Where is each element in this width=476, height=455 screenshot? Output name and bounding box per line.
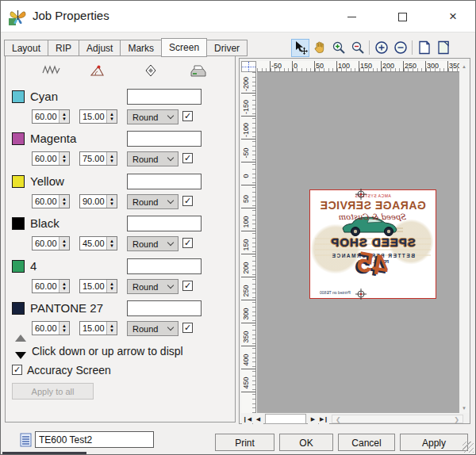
- ruler-origin-box[interactable]: [241, 61, 256, 72]
- ruler-label: 150: [360, 62, 372, 70]
- select-move-tool[interactable]: [291, 39, 309, 57]
- tab-rip[interactable]: RIP: [48, 40, 79, 56]
- scroll-channels-down-icon[interactable]: [15, 352, 26, 359]
- channel-name: Black: [30, 216, 60, 230]
- zoom-plus-tool[interactable]: [372, 39, 390, 57]
- angle-spinner[interactable]: 90.00▲▼: [79, 194, 117, 208]
- close-button[interactable]: ×: [436, 1, 470, 32]
- print-checkbox[interactable]: ✓: [182, 281, 193, 291]
- tab-driver[interactable]: Driver: [207, 40, 248, 56]
- angle-spinner[interactable]: 15.00▲▼: [79, 321, 117, 335]
- ruler-label: 100: [242, 210, 250, 234]
- vertical-scrollbar[interactable]: ▲ ▼: [459, 61, 469, 413]
- track-left-icon[interactable]: ❮: [336, 415, 341, 424]
- pan-hand-icon: [313, 40, 327, 55]
- tab-layout[interactable]: Layout: [4, 40, 48, 56]
- horizontal-scrollbar[interactable]: ❙◀ ◀ ▶ ▶❙ ❮ ❯: [241, 414, 466, 424]
- tab-screen[interactable]: Screen: [161, 38, 207, 57]
- spin-down-icon[interactable]: ▼: [62, 117, 67, 121]
- scroll-channels-up-icon[interactable]: [15, 335, 26, 342]
- dot-shape-dropdown[interactable]: Round: [127, 321, 178, 336]
- spin-down-icon[interactable]: ▼: [109, 286, 114, 291]
- frequency-spinner[interactable]: 60.00▲▼: [32, 321, 70, 335]
- tab-adjust[interactable]: Adjust: [79, 40, 120, 56]
- angle-spinner[interactable]: 15.00▲▼: [79, 109, 117, 124]
- print-checkbox[interactable]: ✓: [182, 153, 193, 163]
- frequency-spinner[interactable]: 60.00▲▼: [32, 236, 70, 250]
- angle-spinner[interactable]: 45.00▲▼: [79, 236, 117, 250]
- page-last-icon[interactable]: ▶❙: [319, 414, 329, 424]
- dot-shape-dropdown[interactable]: Round: [127, 279, 178, 294]
- frequency-spinner[interactable]: 60.00▲▼: [32, 109, 70, 124]
- curve-field[interactable]: [127, 258, 202, 274]
- title-bar[interactable]: Job Properties ×: [1, 1, 475, 32]
- curve-field[interactable]: [127, 300, 202, 316]
- ruler-label: -200: [242, 72, 250, 96]
- preview-canvas[interactable]: AMCA SYSTEMS GARAGE SERVICE Speed & Cust…: [257, 72, 466, 413]
- maximize-button[interactable]: [385, 1, 420, 32]
- channel-row-pantone27: PANTONE 27 60.00▲▼ 15.00▲▼ Round ✓: [6, 300, 235, 342]
- pan-tool[interactable]: [310, 39, 328, 57]
- zoom-minus-tool[interactable]: [391, 39, 409, 57]
- zoom-in-icon: [332, 40, 346, 55]
- preview-pane: -50050100150200250300350 -200-150-100-50…: [239, 58, 470, 424]
- scroll-thumb-box[interactable]: [265, 414, 306, 424]
- spin-down-icon[interactable]: ▼: [109, 117, 114, 121]
- dot-shape-dropdown[interactable]: Round: [127, 109, 178, 124]
- channel-name: PANTONE 27: [30, 301, 103, 315]
- job-name-input[interactable]: [35, 431, 154, 448]
- spin-down-icon[interactable]: ▼: [62, 159, 67, 163]
- resize-grip[interactable]: [463, 442, 474, 453]
- frequency-spinner[interactable]: 60.00▲▼: [32, 151, 70, 166]
- tab-marks[interactable]: Marks: [120, 40, 161, 56]
- ok-button[interactable]: OK: [279, 434, 333, 451]
- curve-field[interactable]: [127, 216, 202, 231]
- curve-field[interactable]: [127, 89, 202, 105]
- spin-down-icon[interactable]: ▼: [62, 328, 67, 333]
- frequency-spinner[interactable]: 60.00▲▼: [32, 279, 70, 293]
- apply-button[interactable]: Apply: [400, 434, 468, 451]
- dot-shape-dropdown[interactable]: Round: [127, 236, 178, 251]
- channel-name: Magenta: [30, 132, 76, 145]
- curve-field[interactable]: [127, 131, 202, 147]
- minimize-button[interactable]: [334, 1, 369, 32]
- print-checkbox[interactable]: ✓: [182, 196, 193, 206]
- spin-down-icon[interactable]: ▼: [109, 243, 114, 248]
- ruler-tick: [270, 61, 271, 71]
- cancel-button[interactable]: Cancel: [338, 434, 395, 451]
- page-preview-tool[interactable]: [434, 39, 452, 57]
- page-prev-icon[interactable]: ◀: [253, 414, 263, 424]
- ruler-label: 200: [382, 62, 394, 70]
- accuracy-screen-checkbox[interactable]: ✓: [12, 365, 22, 375]
- dot-shape-dropdown[interactable]: Round: [127, 194, 178, 209]
- print-checkbox[interactable]: ✓: [182, 238, 193, 248]
- spin-down-icon[interactable]: ▼: [109, 201, 114, 206]
- page-first-icon[interactable]: ❙◀: [242, 414, 252, 424]
- angle-column-icon: [90, 64, 106, 77]
- print-checkbox[interactable]: ✓: [182, 111, 193, 121]
- mirrored-artwork: AMCA SYSTEMS GARAGE SERVICE Speed & Cust…: [310, 190, 436, 298]
- spin-down-icon[interactable]: ▼: [109, 328, 114, 333]
- scroll-track[interactable]: ❮ ❯: [332, 415, 463, 423]
- spin-down-icon[interactable]: ▼: [62, 286, 67, 291]
- spin-down-icon[interactable]: ▼: [62, 201, 67, 206]
- apply-to-all-button[interactable]: Apply to all: [12, 383, 94, 400]
- spin-down-icon[interactable]: ▼: [62, 243, 67, 248]
- track-right-icon[interactable]: ❯: [454, 415, 459, 424]
- job-properties-dialog: Job Properties × Layout RIP Adjust Marks…: [0, 0, 476, 455]
- page-next-icon[interactable]: ▶: [308, 414, 318, 424]
- frequency-spinner[interactable]: 60.00▲▼: [32, 194, 70, 208]
- page-view-tool[interactable]: [415, 39, 433, 57]
- angle-spinner[interactable]: 15.00▲▼: [79, 279, 117, 293]
- zoom-out-tool[interactable]: [348, 39, 367, 57]
- spin-down-icon[interactable]: ▼: [109, 159, 114, 163]
- curve-field[interactable]: [127, 174, 202, 189]
- print-checkbox[interactable]: ✓: [182, 323, 193, 333]
- artwork-script-text: Speed & Custom: [310, 212, 436, 221]
- dot-shape-dropdown[interactable]: Round: [127, 151, 178, 166]
- zoom-in-tool[interactable]: [329, 39, 347, 57]
- print-button[interactable]: Print: [215, 434, 274, 451]
- scroll-down-icon[interactable]: ▼: [459, 403, 469, 413]
- angle-spinner[interactable]: 75.00▲▼: [79, 151, 117, 166]
- scroll-up-icon[interactable]: ▲: [459, 61, 469, 71]
